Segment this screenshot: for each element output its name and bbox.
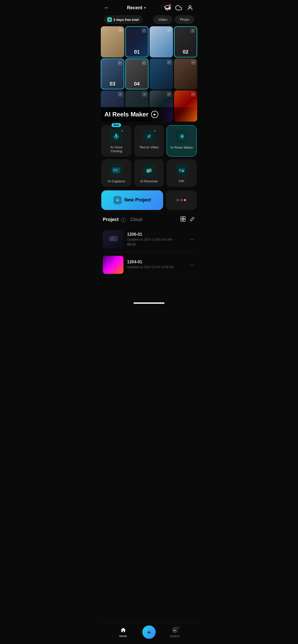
nav-home-label: Home (119, 634, 127, 638)
project-info-1: 1206-01 Updated on 2024-12-06 8:04 AM 09… (127, 232, 185, 246)
svg-text:CC: CC (113, 168, 118, 172)
thumb-4[interactable]: ⤢ 02 (174, 26, 197, 57)
expand-icon-7: ⤢ (167, 60, 171, 65)
project-more-2[interactable]: ··· (189, 261, 195, 269)
reels-play-icon: ▶ (151, 111, 158, 118)
expand-icon-8: ⤢ (191, 60, 196, 65)
thumb-2[interactable]: ⤢ 01 (125, 26, 149, 57)
title-area[interactable]: Recent ▾ (127, 5, 146, 11)
project-date-2: Updated on 2024-12-04 10:09 AM (127, 265, 185, 269)
expand-icon-4: ⤢ (191, 28, 195, 33)
project-name-1: 1206-01 (127, 232, 185, 237)
sparkle-icon: ✦ (121, 129, 123, 133)
project-thumb-icon-1 (108, 235, 118, 243)
tool-label-captions: AI Captions (108, 179, 125, 183)
project-info-2: 1204-01 Updated on 2024-12-04 10:09 AM (127, 260, 185, 270)
tools-grid: New ✦ AI Voice Cloning (101, 125, 197, 187)
tab-project[interactable]: Project i (103, 217, 126, 222)
tab-photo[interactable]: Photo (175, 15, 194, 24)
thumb-number-4: 02 (183, 49, 188, 55)
tool-ai-reels[interactable]: AI Reels Maker (167, 125, 197, 157)
dot-2 (180, 199, 183, 201)
trial-badge[interactable]: 🎓 3 days free trial! (104, 15, 143, 24)
dot-3 (184, 199, 186, 201)
svg-rect-15 (183, 217, 185, 219)
nav-add-button[interactable]: + (142, 625, 156, 639)
thumb-8[interactable]: ⤢ (174, 58, 197, 90)
new-badge-voice: New (112, 123, 121, 127)
expand-icon-11: ⤢ (167, 92, 171, 97)
tool-pip[interactable]: PIP (167, 159, 197, 187)
cloud-icon[interactable] (175, 4, 183, 12)
explore-icon-wrap: 🕶️ (172, 627, 178, 633)
notification-badge (169, 4, 171, 6)
more-button[interactable] (166, 190, 197, 210)
project-actions (180, 216, 195, 223)
project-header: Project i Cloud (103, 216, 195, 223)
grid-view-icon[interactable] (180, 216, 186, 223)
nav-add-icon: + (147, 628, 151, 636)
expand-icon-9: ⤢ (118, 92, 123, 97)
thumb-5[interactable]: ⤢ 03 (101, 58, 124, 90)
nav-home[interactable]: Home (104, 627, 142, 638)
tools-section: New ✦ AI Voice Cloning (99, 122, 199, 189)
project-more-1[interactable]: ··· (189, 235, 195, 243)
thumbnail-grid-row2: ⤢ 03 ⤢ 04 ⤢ ⤢ (99, 58, 199, 90)
expand-icon-1: ⤢ (118, 28, 123, 32)
tool-ai-remover[interactable]: AI Remover (134, 159, 164, 187)
project-item-2[interactable]: 1204-01 Updated on 2024-12-04 10:09 AM ·… (103, 252, 195, 278)
svg-rect-19 (111, 236, 118, 241)
thumb-3[interactable]: ⤢ (150, 26, 173, 57)
user-icon[interactable] (186, 4, 194, 12)
header-actions (163, 4, 194, 12)
back-button[interactable]: ← (104, 4, 110, 11)
thumb-7[interactable]: ⤢ (150, 58, 173, 90)
header: ← Recent ▾ (99, 0, 199, 14)
love-badge: 🕶️ (175, 625, 180, 630)
nav-explore[interactable]: 🕶️ Explore (156, 627, 194, 638)
thumb-1[interactable]: ⤢ (101, 26, 124, 57)
expand-icon-10: ⤢ (142, 92, 147, 97)
tab-bar: 🎓 3 days free trial! Video Photo (99, 14, 199, 26)
info-icon: i (121, 218, 126, 222)
thumb-6[interactable]: ⤢ 04 (125, 58, 149, 90)
tool-text-to-video[interactable]: ✦ Text to Video (134, 125, 164, 157)
home-icon (120, 627, 127, 633)
action-row: + New Project (99, 189, 199, 213)
project-section: Project i Cloud (99, 213, 199, 278)
svg-rect-1 (115, 134, 117, 137)
thumb-number-5: 03 (110, 81, 115, 87)
tab-cloud[interactable]: Cloud (130, 217, 142, 222)
edit-icon[interactable] (189, 216, 195, 223)
svg-rect-12 (182, 170, 184, 172)
project-name-2: 1204-01 (127, 260, 185, 264)
more-dots (177, 199, 186, 201)
pip-icon-wrap (175, 164, 188, 177)
expand-icon-6: ⤢ (142, 61, 146, 65)
tab-video[interactable]: Video (153, 15, 172, 24)
tool-label-ttv: Text to Video (139, 145, 159, 149)
svg-rect-17 (183, 219, 185, 221)
nav-explore-label: Explore (170, 634, 180, 638)
expand-icon-2: ⤢ (142, 28, 146, 33)
svg-rect-14 (181, 217, 183, 219)
new-project-button[interactable]: + New Project (101, 190, 163, 210)
eraser-icon-wrap (143, 164, 155, 177)
expand-icon-3: ⤢ (167, 28, 171, 32)
reels-title: AI Reels Maker (104, 111, 148, 118)
svg-point-0 (189, 5, 191, 8)
thumbnail-grid-row1: ⤢ ⤢ 01 ⤢ ⤢ 02 (99, 26, 199, 57)
reels-banner[interactable]: AI Reels Maker ▶ (104, 111, 194, 118)
project-date-1: Updated on 2024-12-06 8:04 AM (127, 238, 185, 241)
tool-ai-captions[interactable]: CC AI Captions (101, 159, 131, 187)
new-project-label: New Project (124, 197, 151, 203)
project-thumb-1 (103, 230, 123, 248)
project-item-1[interactable]: 1206-01 Updated on 2024-12-06 8:04 AM 09… (103, 227, 195, 252)
thumb-number-6: 04 (134, 81, 140, 87)
graduation-icon[interactable] (163, 4, 171, 12)
expand-icon-5: ⤢ (118, 61, 122, 65)
pencil-sparkle-icon: ✦ (154, 129, 156, 133)
new-project-plus-icon: + (113, 196, 122, 204)
project-tabs: Project i Cloud (103, 217, 142, 222)
tool-ai-voice[interactable]: New ✦ AI Voice Cloning (101, 125, 131, 157)
